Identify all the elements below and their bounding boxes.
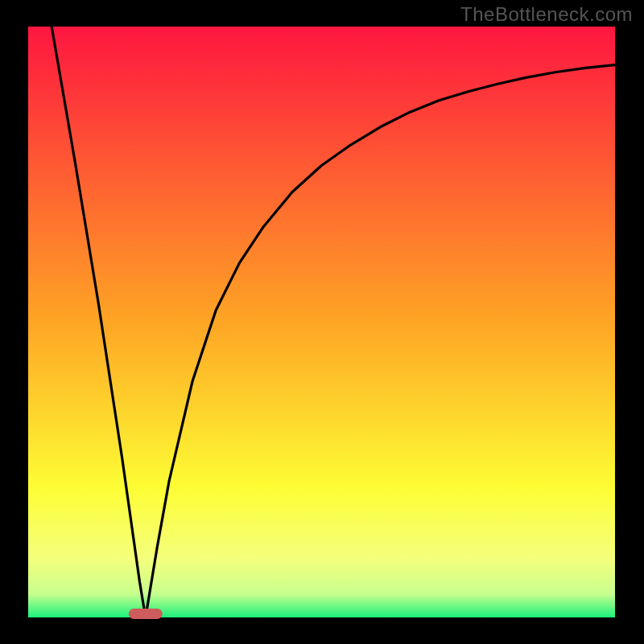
svg-rect-1 <box>28 27 615 617</box>
svg-rect-2 <box>129 609 163 619</box>
chart-svg <box>0 0 644 644</box>
chart-container: TheBottleneck.com <box>0 0 644 644</box>
watermark-text: TheBottleneck.com <box>460 3 633 26</box>
